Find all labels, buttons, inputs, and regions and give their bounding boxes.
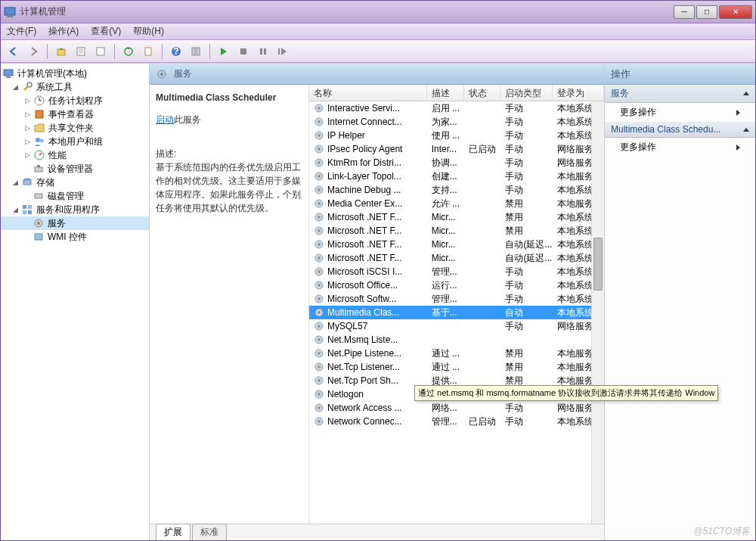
service-row[interactable]: Microsoft .NET F...Micr...禁用本地系统 [309, 210, 604, 224]
svg-text:?: ? [173, 46, 178, 57]
svg-point-68 [318, 284, 321, 287]
up-button[interactable] [53, 43, 70, 60]
service-row[interactable]: IP Helper使用 ...手动本地系统 [309, 129, 604, 142]
svg-point-54 [318, 188, 321, 191]
service-row[interactable]: Microsoft .NET F...Micr...禁用本地系统 [309, 224, 604, 238]
tree-diskmgr[interactable]: 磁盘管理 [1, 189, 149, 203]
svg-point-25 [40, 139, 44, 143]
start-service-link[interactable]: 启动 [156, 114, 174, 125]
tree-shared[interactable]: ▷共享文件夹 [1, 121, 149, 135]
tree-svcapps[interactable]: ◢服务和应用程序 [1, 203, 149, 216]
service-row[interactable]: Net.Msmq Liste... [309, 333, 604, 347]
col-name[interactable]: 名称 [309, 85, 427, 101]
scrollbar[interactable] [591, 101, 604, 524]
svg-rect-1 [7, 16, 13, 17]
maximize-button[interactable]: □ [696, 5, 717, 19]
menu-file[interactable]: 文件(F) [7, 25, 36, 38]
scroll-thumb[interactable] [593, 238, 603, 291]
service-row[interactable]: MySQL57手动网络服务 [309, 319, 604, 333]
tab-standard[interactable]: 标准 [192, 524, 227, 540]
pause-service-button[interactable] [255, 43, 271, 60]
action-section-services[interactable]: 服务 [605, 85, 755, 103]
service-row[interactable]: KtmRm for Distri...协调...手动网络服务 [309, 156, 604, 169]
service-row[interactable]: Microsoft Softw...管理...手动本地系统 [309, 292, 604, 306]
forward-button[interactable] [25, 43, 42, 60]
tree-systools[interactable]: ◢系统工具 [1, 80, 149, 94]
back-button[interactable] [5, 43, 22, 60]
svg-point-19 [27, 82, 32, 87]
service-row[interactable]: Media Center Ex...允许 ...禁用本地服务 [309, 197, 604, 210]
svg-rect-12 [197, 48, 200, 55]
svg-point-82 [318, 379, 321, 382]
tree-users[interactable]: ▷本地用户和组 [1, 135, 149, 148]
export-list-button[interactable] [140, 43, 156, 60]
action-more-2[interactable]: 更多操作 [605, 138, 755, 157]
twisty-icon[interactable]: ◢ [11, 206, 20, 214]
clock-icon [33, 95, 45, 107]
col-status[interactable]: 状态 [464, 85, 501, 101]
app-icon [4, 6, 16, 18]
col-logon[interactable]: 登录为 [553, 85, 604, 101]
tree-devmgr[interactable]: 设备管理器 [1, 162, 149, 176]
refresh-button[interactable] [120, 43, 137, 60]
selected-service-name: Multimedia Class Scheduler [156, 92, 276, 103]
twisty-icon[interactable]: ◢ [11, 83, 20, 92]
tooltip: 通过 net.msmq 和 msmq.formatname 协议接收到激活请求并… [414, 385, 718, 401]
col-desc[interactable]: 描述 [427, 85, 464, 101]
service-row[interactable]: Net.Tcp Listener...通过 ...禁用本地服务 [309, 360, 604, 374]
close-button[interactable]: ✕ [719, 5, 752, 19]
svg-point-62 [318, 243, 321, 246]
restart-service-button[interactable] [274, 43, 291, 60]
menu-help[interactable]: 帮助(H) [133, 25, 164, 38]
start-service-button[interactable] [215, 43, 232, 60]
service-row[interactable]: Net.Pipe Listene...通过 ...禁用本地服务 [309, 347, 604, 360]
export-button[interactable] [92, 43, 109, 60]
titlebar[interactable]: 计算机管理 ─ □ ✕ [1, 1, 755, 23]
stop-service-button[interactable] [235, 43, 252, 60]
tree-services[interactable]: 服务 [1, 216, 149, 230]
nav-tree[interactable]: 计算机管理(本地) ◢系统工具 ▷任务计划程序 ▷事件查看器 ▷共享文件夹 ▷本… [1, 64, 150, 540]
svg-point-58 [318, 216, 321, 219]
action-section-selected[interactable]: Multimedia Class Schedu... [605, 122, 755, 138]
service-row[interactable]: IPsec Policy AgentInter...已启动手动网络服务 [309, 142, 604, 156]
tree-wmi[interactable]: WMI 控件 [1, 230, 149, 244]
tree-perf[interactable]: ▷性能 [1, 148, 149, 162]
service-row[interactable]: Network Connec...管理...已启动手动本地系统 [309, 415, 604, 428]
service-row[interactable]: Microsoft .NET F...Micr...自动(延迟...本地系统 [309, 238, 604, 251]
service-row[interactable]: Multimedia Clas...基于...自动本地系统 [309, 306, 604, 319]
twisty-icon[interactable]: ◢ [11, 179, 20, 187]
menu-view[interactable]: 查看(V) [91, 25, 121, 38]
service-row[interactable]: Internet Connect...为家...手动本地系统 [309, 115, 604, 129]
tree-root[interactable]: 计算机管理(本地) [1, 67, 149, 80]
tree-tasksched[interactable]: ▷任务计划程序 [1, 94, 149, 107]
select-columns-button[interactable] [187, 43, 204, 60]
twisty-icon[interactable]: ▷ [23, 97, 32, 105]
service-row[interactable]: Interactive Servi...启用 ...手动本地系统 [309, 101, 604, 115]
minimize-button[interactable]: ─ [674, 5, 695, 19]
service-row[interactable]: Microsoft .NET F...Micr...自动(延迟...本地系统 [309, 251, 604, 265]
service-row[interactable]: Network Access ...网络...手动网络服务 [309, 401, 604, 415]
col-start[interactable]: 启动类型 [500, 85, 552, 101]
middle-pane: 服务 Multimedia Class Scheduler 启动此服务 描述: … [150, 64, 604, 540]
properties-button[interactable] [73, 43, 89, 60]
svg-rect-11 [192, 48, 195, 55]
tree-eventviewer[interactable]: ▷事件查看器 [1, 107, 149, 121]
service-row[interactable]: Link-Layer Topol...创建...手动本地服务 [309, 169, 604, 183]
twisty-icon[interactable]: ▷ [23, 151, 32, 160]
menu-action[interactable]: 操作(A) [48, 25, 79, 38]
svg-rect-32 [23, 205, 26, 209]
service-row[interactable]: Microsoft Office...运行...手动本地系统 [309, 278, 604, 292]
help-button[interactable]: ? [168, 43, 184, 60]
action-more-1[interactable]: 更多操作 [605, 103, 755, 122]
tab-extended[interactable]: 扩展 [156, 524, 191, 540]
twisty-icon[interactable]: ▷ [23, 110, 32, 119]
tree-storage[interactable]: ◢存储 [1, 176, 149, 189]
twisty-icon[interactable]: ▷ [23, 124, 32, 132]
service-rows[interactable]: Interactive Servi...启用 ...手动本地系统Internet… [309, 101, 604, 524]
service-row[interactable]: Machine Debug ...支持...手动本地系统 [309, 183, 604, 197]
svg-point-86 [318, 406, 321, 409]
svg-point-60 [318, 229, 321, 232]
twisty-icon[interactable]: ▷ [23, 138, 32, 146]
service-row[interactable]: Microsoft iSCSI I...管理...手动本地系统 [309, 265, 604, 278]
arrow-right-icon [736, 110, 740, 116]
